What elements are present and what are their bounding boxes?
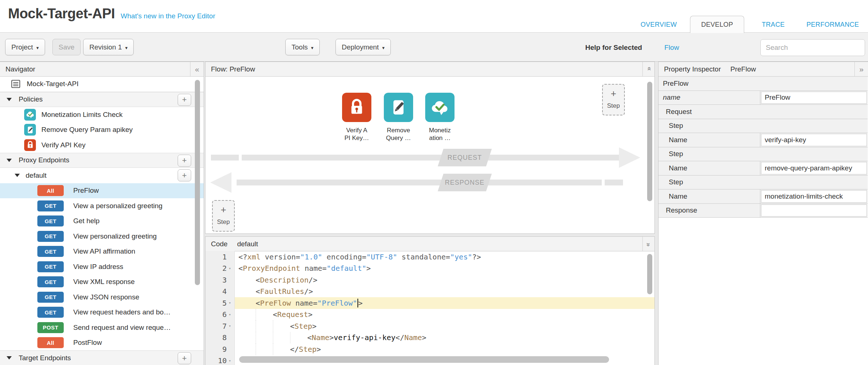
tab-overview[interactable]: OVERVIEW (641, 21, 677, 29)
app-header: Mock-Target-API What's new in the Proxy … (8, 6, 215, 22)
inspector-section-step: Step (659, 119, 868, 133)
nav-flow-preflow[interactable]: AllPreFlow (0, 183, 204, 199)
code-scrollbar[interactable] (647, 254, 652, 294)
nav-policy-remove-query-param-apikey[interactable]: Remove Query Param apikey (0, 122, 204, 138)
nav-flow-send-request-and-view-reque[interactable]: POSTSend request and view reque… (0, 320, 204, 335)
caret-down-icon: ▾ (311, 45, 314, 51)
code-token: Request (277, 310, 308, 319)
inspector-row-label: PreFlow (659, 80, 689, 88)
inspector-field-value[interactable]: PreFlow (761, 92, 867, 104)
triangle-down-icon (7, 159, 12, 162)
code-line-text: <Request> (235, 309, 654, 321)
nav-flow-view-xml-response[interactable]: GETView XML response (0, 274, 204, 290)
code-line-text: <Name>verify-api-key</Name> (235, 332, 654, 344)
add-button[interactable]: + (178, 94, 191, 106)
add-step-button[interactable]: + Step (602, 84, 625, 115)
nav-flow-view-ip-address[interactable]: GETView IP address (0, 259, 204, 274)
fold-arrow-icon[interactable]: ▾ (227, 312, 233, 317)
inspector-section-preflow: PreFlow (659, 77, 868, 91)
revision-button-label: Revision 1 (89, 43, 122, 51)
property-inspector-panel: Property Inspector PreFlow » PreFlowname… (658, 62, 868, 365)
caret-down-icon: ▾ (36, 45, 39, 51)
collapse-navigator-button[interactable]: « (190, 62, 204, 76)
add-button[interactable]: + (178, 155, 191, 167)
nav-flow-postflow[interactable]: AllPostFlow (0, 335, 204, 351)
nav-flow-view-personalized-greeting[interactable]: GETView personalized greeting (0, 229, 204, 244)
code-line[interactable]: 6▾<Request> (205, 309, 654, 321)
nav-policy-monetization-limits-check[interactable]: Monetization Limits Check (0, 107, 204, 122)
code-line[interactable]: 8<Name>verify-api-key</Name> (205, 332, 654, 344)
help-flow-link[interactable]: Flow (664, 44, 679, 52)
code-line-text: </Step> (235, 343, 654, 355)
search-input[interactable] (760, 39, 865, 56)
caret-down-icon: ▾ (125, 45, 128, 51)
deployment-button[interactable]: Deployment ▾ (335, 39, 391, 55)
nav-endpoint-default[interactable]: default+ (0, 168, 204, 183)
code-line[interactable]: 7▾<Step> (205, 320, 654, 332)
inspector-field-value[interactable]: remove-query-param-apikey (761, 162, 867, 174)
nav-section-target-endpoints[interactable]: Target Endpoints+ (0, 350, 204, 365)
code-token: verify-api-key (334, 333, 396, 342)
navigator-scrollbar[interactable] (195, 80, 200, 285)
code-line[interactable]: 1<?xml version="1.0" encoding="UTF-8" st… (205, 251, 654, 263)
whats-new-link[interactable]: What's new in the Proxy Editor (121, 12, 215, 20)
nav-section-policies[interactable]: Policies+ (0, 92, 204, 107)
fold-arrow-icon[interactable]: ▾ (227, 266, 233, 271)
inspector-field-name: Nameverify-api-key (659, 133, 868, 147)
code-line-text: <ProxyEndpoint name="default"> (235, 263, 654, 274)
flow-policy[interactable]: Verify API Key… (337, 93, 377, 142)
inspector-section-step: Step (659, 176, 868, 190)
save-button[interactable]: Save (52, 39, 81, 55)
tab-develop[interactable]: DEVELOP (690, 16, 744, 33)
code-token: Description (260, 276, 308, 284)
code-horizontal-scrollbar[interactable] (239, 356, 609, 363)
nav-section-proxy-endpoints[interactable]: Proxy Endpoints+ (0, 153, 204, 168)
tools-button[interactable]: Tools ▾ (285, 39, 320, 55)
add-button[interactable]: + (178, 169, 191, 181)
fold-arrow-icon[interactable]: ▾ (227, 358, 233, 363)
collapse-code-button[interactable]: » (642, 237, 654, 251)
code-line[interactable]: 5▾<PreFlow name="PreFlow"> (205, 297, 654, 309)
tab-performance[interactable]: PERFORMANCE (806, 21, 859, 29)
code-line[interactable]: 2▾<ProxyEndpoint name="default"> (205, 263, 654, 274)
navigator-title: Navigator (5, 65, 35, 73)
tab-trace[interactable]: TRACE (762, 21, 785, 29)
nav-flow-view-a-personalized-greeting[interactable]: GETView a personalized greeting (0, 198, 204, 214)
nav-flow-view-json-response[interactable]: GETView JSON response (0, 290, 204, 305)
code-token: xml (247, 252, 260, 261)
code-line[interactable]: 4<FaultRules/> (205, 286, 654, 298)
code-line[interactable]: 3<Description/> (205, 274, 654, 286)
expand-inspector-button[interactable]: » (854, 62, 868, 76)
document-list-icon (11, 79, 21, 89)
fold-arrow-icon[interactable]: ▾ (227, 301, 233, 305)
code-line[interactable]: 9</Step> (205, 343, 654, 355)
nav-flow-view-request-headers-and-bo[interactable]: GETView request headers and bo… (0, 305, 204, 320)
nav-item-label: default (26, 172, 47, 180)
nav-item-label: View API affirmation (73, 247, 135, 255)
nav-flow-view-api-affirmation[interactable]: GETView API affirmation (0, 244, 204, 259)
step-button-label: Step (217, 218, 230, 226)
collapse-flow-button[interactable]: » (642, 62, 654, 76)
step-button-label: Step (607, 102, 620, 110)
code-subtitle: default (237, 240, 258, 248)
nav-flow-get-help[interactable]: GETGet help (0, 214, 204, 229)
add-step-button[interactable]: + Step (212, 200, 235, 232)
inspector-field-value[interactable] (761, 204, 867, 217)
nav-policy-verify-api-key[interactable]: Verify API Key (0, 137, 204, 153)
inspector-field-value[interactable]: monetization-limits-check (761, 190, 867, 203)
project-button[interactable]: Project ▾ (5, 39, 45, 55)
gutter: 7▾ (205, 320, 235, 332)
flow-policy[interactable]: RemoveQuery … (378, 93, 419, 142)
flow-policy[interactable]: Monetization … (420, 93, 460, 142)
code-editor[interactable]: 1<?xml version="1.0" encoding="UTF-8" st… (205, 251, 654, 365)
nav-item-label: View XML response (73, 278, 135, 286)
revision-button[interactable]: Revision 1 ▾ (83, 39, 134, 55)
flow-scrollbar[interactable] (647, 82, 652, 201)
add-button[interactable]: + (178, 352, 191, 364)
nav-item-mock-target-api[interactable]: Mock-Target-API (0, 77, 204, 92)
code-token: < (290, 322, 294, 331)
line-number: 7 (222, 322, 227, 331)
fold-arrow-icon[interactable]: ▾ (227, 324, 233, 328)
inspector-row-label: Step (659, 122, 683, 130)
inspector-field-value[interactable]: verify-api-key (761, 134, 867, 146)
